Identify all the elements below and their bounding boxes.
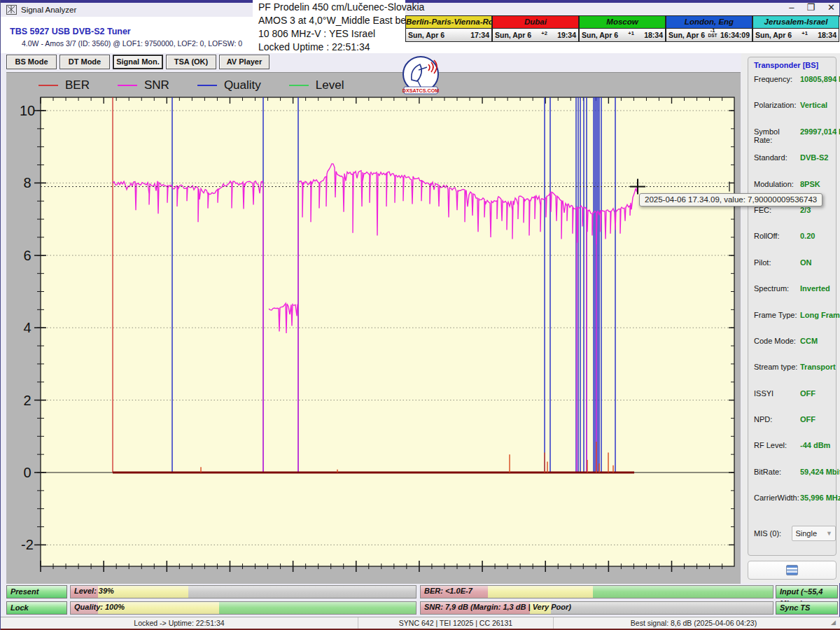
mode-tabs: BS ModeDT ModeSignal Mon.TSA (OK)AV Play… [6, 55, 270, 69]
status-sync-counters: SYNC 642 | TEI 12025 | CC 26131 [358, 617, 554, 629]
y-tick-label: 10 [20, 103, 35, 118]
clock-cell: Berlin-Paris-Vienna-RomaSun, Apr 617:34 [405, 15, 492, 42]
clock-time-row: Sun, Apr 6+118:34 [753, 29, 839, 41]
transponder-row: Symbol Rate:29997,014 KS/s [754, 127, 836, 153]
transponder-row-label: NPD: [754, 415, 800, 441]
transponder-row: ISSYIOFF [754, 389, 836, 415]
gauge-quality: Quality: 100% [70, 601, 416, 615]
info-line-4: Locked Uptime : 22:51:34 [258, 41, 405, 54]
clock-time-value: 16:34:09 [720, 31, 750, 39]
clock-cell: DubaiSun, Apr 6+219:34 [492, 15, 579, 42]
gauge-snr-label: SNR: 7,9 dB (Margin: 1,3 dB | Very Poor) [424, 603, 571, 611]
y-tick-label: 8 [23, 175, 31, 190]
clock-time-row: Sun, Apr 617:34 [406, 29, 491, 41]
transponder-row-value: ON [800, 258, 812, 284]
mis-label: MIS (0): [754, 529, 792, 538]
mis-value: Single [795, 529, 817, 538]
clock-city-name: Jerusalem-Israel [753, 16, 839, 29]
tuner-settings: 4.0W - Amos 3/7 (ID: 3560) @ LOF1: 97500… [22, 39, 242, 48]
transponder-row-value: 29997,014 KS/s [800, 127, 840, 153]
signal-chart[interactable]: 1086420-2 [6, 73, 741, 584]
clock-date: Sun, Apr 6 [668, 31, 705, 39]
transponder-row-label: RollOff: [754, 232, 800, 258]
transponder-row-value: DVB-S2 [800, 153, 828, 179]
clock-utc-offset: -1DST [705, 28, 720, 38]
transponder-row: RollOff:0.20 [754, 232, 836, 258]
gauge-snr: SNR: 7,9 dB (Margin: 1,3 dB | Very Poor) [420, 601, 774, 615]
y-tick-label: 2 [23, 393, 31, 408]
indicator-input-55-4-mbps-: Input (~55,4 Mbps) [776, 585, 838, 598]
info-line-1: PF Prodelin 450 cm/Lučenec-Slovakia [258, 1, 405, 14]
transponder-row-label: Polarization: [754, 101, 800, 127]
indicator-present: Present [6, 585, 67, 598]
list-icon [786, 565, 798, 575]
clock-time-value: 18:34 [644, 31, 663, 39]
y-tick-label: 6 [23, 248, 31, 263]
gauge-level: Level: 39% [70, 585, 416, 598]
clock-time-value: 17:34 [470, 31, 489, 39]
clock-cell: Jerusalem-IsraelSun, Apr 6+118:34 [752, 15, 839, 42]
chevron-down-icon: ▼ [826, 530, 832, 537]
clock-time-value: 18:34 [818, 31, 836, 39]
clock-utc-offset: +1 [618, 31, 644, 36]
tab-signal-mon-[interactable]: Signal Mon. [113, 55, 163, 69]
transponder-row: Polarization:Vertical [754, 101, 836, 127]
transponder-row-value: 10805,894 MHz [800, 75, 840, 101]
tab-bs-mode[interactable]: BS Mode [6, 55, 57, 69]
plot-area [41, 97, 734, 566]
transponder-row: Code Mode:CCM [754, 337, 836, 363]
gauge-level-gloss [71, 586, 416, 598]
resize-grip[interactable]: ◢ [831, 619, 838, 627]
app-icon [6, 5, 17, 15]
minimize-button[interactable]: – [789, 1, 794, 14]
clock-utc-offset: +1 [792, 31, 818, 36]
close-button[interactable]: ✕ [827, 1, 835, 14]
stream-list-button[interactable] [748, 561, 836, 580]
mis-row: MIS (0): Single ▼ [754, 526, 836, 541]
indicator-sync-ts: Sync TS [776, 601, 838, 615]
clock-time-row: Sun, Apr 6-1DST16:34:09 [666, 29, 752, 41]
title-bar: Signal Analyzer [1, 3, 253, 17]
transponder-rows: Frequency:10805,894 MHzPolarization:Vert… [754, 75, 836, 520]
clock-city-name: Berlin-Paris-Vienna-Roma [406, 16, 491, 29]
transponder-row: Pilot:ON [754, 258, 836, 284]
logo-text: DXSATCS.COM [402, 88, 440, 94]
clock-city-name: Dubai [493, 16, 578, 29]
transponder-row: BitRate:59,424 Mbit/s [754, 468, 836, 493]
mis-dropdown[interactable]: Single ▼ [792, 526, 836, 541]
dxsatcs-logo: DXSATCS.COM [400, 56, 441, 98]
clock-city-name: London, Eng [666, 16, 752, 29]
transponder-row-value: CCM [800, 337, 818, 363]
y-tick-label: -2 [21, 537, 34, 552]
transponder-row-label: Spectrum: [754, 284, 800, 310]
transponder-row: Standard:DVB-S2 [754, 153, 836, 179]
transponder-row-value: Vertical [800, 101, 827, 127]
chart-tooltip: 2025-04-06 17.34.09, value: 7,9000000953… [639, 193, 822, 206]
transponder-row-label: BitRate: [754, 468, 800, 493]
clock-time-value: 19:34 [557, 31, 576, 39]
transponder-row-label: CarrierWidth: [754, 493, 800, 519]
tab-tsa-ok-[interactable]: TSA (OK) [166, 55, 216, 69]
transponder-row-label: Pilot: [754, 258, 800, 284]
tab-dt-mode[interactable]: DT Mode [59, 55, 110, 69]
transponder-panel: Transponder [BS] Frequency:10805,894 MHz… [748, 57, 836, 556]
window-controls: – ❐ ✕ [789, 1, 835, 14]
transponder-row-label: FEC: [754, 206, 800, 232]
status-best-signal: Best signal: 8,6 dB (2025-04-06 04:23) [554, 617, 834, 629]
transponder-row-value: Long Frame [800, 311, 840, 337]
transponder-row-value: OFF [800, 415, 816, 441]
status-lock-uptime: Locked -> Uptime: 22:51:34 [1, 617, 358, 629]
transponder-row-value: -44 dBm [800, 441, 830, 467]
transponder-row: NPD:OFF [754, 415, 836, 441]
tuner-name: TBS 5927 USB DVB-S2 Tuner [10, 27, 131, 36]
transponder-row-label: Standard: [754, 153, 800, 179]
transponder-row-value: 0.20 [800, 232, 815, 258]
maximize-button[interactable]: ❐ [806, 1, 815, 14]
clock-time-row: Sun, Apr 6+219:34 [493, 29, 578, 41]
clock-time-row: Sun, Apr 6+118:34 [580, 29, 665, 41]
y-tick-label: 0 [23, 465, 31, 480]
tab-av-player[interactable]: AV Player [219, 55, 270, 69]
info-line-2: AMOS 3 at 4,0°W_Middle East beam [258, 14, 405, 27]
gauge-quality-label: Quality: 100% [74, 603, 125, 611]
reception-info-block: PF Prodelin 450 cm/Lučenec-SlovakiaAMOS … [253, 0, 405, 53]
